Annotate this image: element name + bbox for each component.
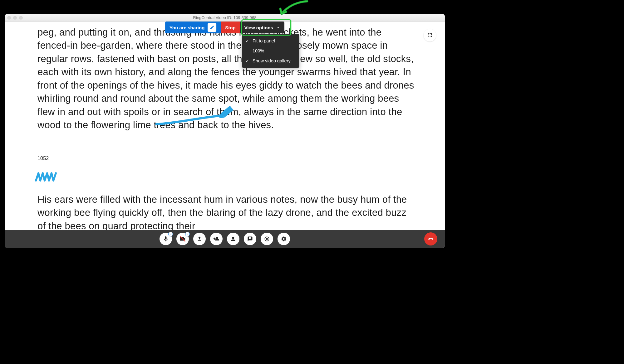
menu-item-label: Show video gallery [253,58,291,63]
window-controls [7,16,23,20]
sharing-status: You are sharing [165,22,221,33]
invite-button[interactable] [210,233,223,245]
phone-hangup-icon [427,235,434,242]
chat-button[interactable] [244,233,256,245]
leave-button[interactable] [424,232,437,245]
video-button[interactable] [176,233,189,245]
menu-item-label: 100% [253,48,264,53]
titlebar: RingCentral Video ID: 109-339-968 [5,14,445,22]
page-number: 1052 [37,155,415,162]
microphone-icon [163,236,169,242]
close-window-icon[interactable] [7,16,11,20]
menu-item-label: Fit to panel [253,38,275,43]
shared-content: peg, and putting it on, and thrusting hi… [5,22,445,230]
share-button[interactable] [193,233,206,245]
annotate-button[interactable] [208,23,216,32]
record-icon [264,236,270,242]
svg-point-4 [266,238,268,240]
menu-item-show-video-gallery[interactable]: ✓ Show video gallery [242,56,299,66]
document-paragraph: peg, and putting it on, and thrusting hi… [37,26,415,132]
menu-item-fit-to-panel[interactable]: ✓ Fit to panel [242,36,299,46]
share-screen-icon [197,236,202,242]
view-options-menu: ✓ Fit to panel 100% ✓ Show video gallery [242,34,299,68]
document-paragraph: His ears were filled with the incessant … [37,193,415,230]
chevron-up-icon [169,233,172,235]
stop-label: Stop [225,25,235,30]
person-add-icon [213,236,219,242]
window-title: RingCentral Video ID: 109-339-968 [5,15,445,20]
settings-button[interactable] [278,233,290,245]
sharing-toolbar: You are sharing Stop View options [165,22,284,33]
participants-button[interactable]: 2 [227,233,239,245]
maximize-window-icon[interactable] [19,16,23,20]
video-off-icon [179,235,186,242]
mute-button[interactable] [160,233,172,245]
mute-caret[interactable] [168,232,173,236]
minimize-window-icon[interactable] [13,16,17,20]
video-caret[interactable] [185,232,190,236]
check-icon: ✓ [245,39,249,43]
chevron-up-icon [186,233,189,235]
expand-icon [427,32,433,38]
stop-sharing-button[interactable]: Stop [221,22,240,33]
gear-icon [281,236,287,242]
participant-count: 2 [227,236,239,239]
meeting-controls: 2 [5,230,445,248]
chevron-up-icon [276,26,280,29]
pencil-icon [209,25,214,30]
fullscreen-button[interactable] [424,29,436,41]
view-options-label: View options [244,25,273,30]
record-button[interactable] [261,233,273,245]
sharing-status-label: You are sharing [170,25,204,30]
document-body: peg, and putting it on, and thrusting hi… [5,22,445,230]
view-options-button[interactable]: View options [240,22,284,33]
app-window: RingCentral Video ID: 109-339-968 peg, a… [5,14,445,248]
check-icon: ✓ [245,59,249,63]
chat-icon [247,236,253,242]
menu-item-100-percent[interactable]: 100% [242,46,299,56]
